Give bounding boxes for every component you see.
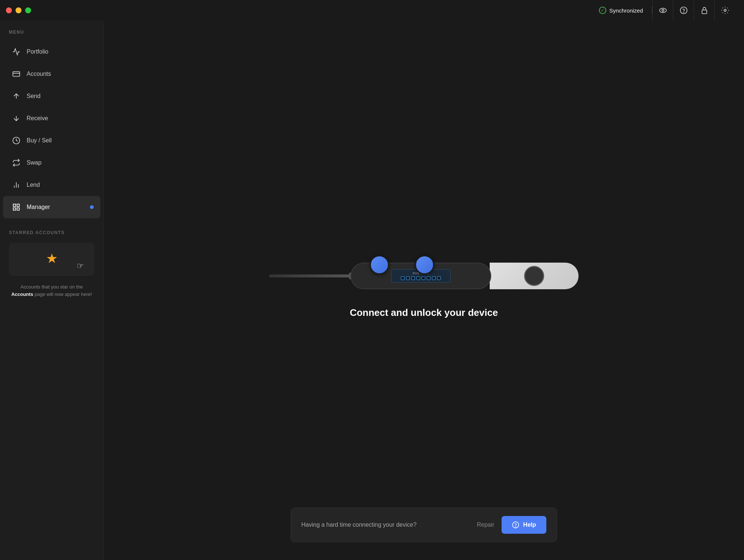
device-body-right — [490, 263, 579, 289]
help-button[interactable]: Help — [502, 516, 546, 534]
pin-dot-7 — [432, 276, 436, 280]
device-illustration: PIN code — [269, 263, 579, 289]
titlebar-right: ✓ Synchronized — [599, 0, 735, 21]
bottom-bar: Having a hard time connecting your devic… — [291, 507, 557, 542]
receive-icon — [12, 114, 21, 123]
svg-point-0 — [659, 8, 666, 13]
starred-description: Accounts that you star on the Accounts p… — [9, 283, 94, 298]
swap-label: Swap — [27, 159, 41, 166]
menu-label: MENU — [0, 30, 103, 35]
pin-dot-1 — [401, 276, 405, 280]
svg-rect-6 — [13, 72, 20, 77]
lend-icon — [12, 181, 21, 189]
manager-label: Manager — [27, 204, 50, 210]
lend-label: Lend — [27, 182, 40, 188]
svg-rect-14 — [13, 204, 16, 206]
pin-dots — [401, 276, 441, 280]
device-left-button — [370, 255, 389, 274]
device-circle — [524, 266, 544, 286]
pin-dot-6 — [427, 276, 430, 280]
star-icon: ★ — [46, 251, 58, 266]
send-icon — [12, 92, 21, 101]
main-content: PIN code — [104, 21, 744, 560]
portfolio-label: Portfolio — [27, 48, 48, 55]
starred-label: STARRED ACCOUNTS — [9, 230, 94, 235]
sidebar-item-swap[interactable]: Swap — [3, 152, 100, 174]
accounts-label: Accounts — [27, 71, 51, 77]
sidebar: MENU Portfolio Accounts — [0, 21, 104, 560]
settings-button[interactable] — [714, 0, 735, 21]
cursor-icon: ☞ — [77, 261, 84, 271]
sidebar-item-receive[interactable]: Receive — [3, 107, 100, 129]
titlebar: ✓ Synchronized — [0, 0, 744, 21]
pin-dot-4 — [416, 276, 420, 280]
device-right-button — [415, 255, 434, 274]
svg-rect-4 — [702, 10, 707, 14]
starred-desc-1: Accounts that you star on the — [20, 284, 83, 290]
lock-button[interactable] — [694, 0, 714, 21]
main-layout: MENU Portfolio Accounts — [0, 21, 744, 560]
eye-button[interactable] — [652, 0, 673, 21]
sidebar-item-buy-sell[interactable]: Buy / Sell — [3, 129, 100, 152]
svg-point-5 — [724, 9, 726, 11]
manager-badge — [90, 205, 94, 209]
svg-rect-15 — [17, 204, 19, 206]
manager-icon — [12, 203, 21, 212]
ledger-device: PIN code — [351, 263, 579, 289]
svg-point-3 — [683, 12, 684, 13]
sidebar-item-manager[interactable]: Manager — [3, 196, 100, 218]
help-circle-icon — [512, 521, 519, 529]
pin-dot-2 — [406, 276, 410, 280]
sidebar-item-accounts[interactable]: Accounts — [3, 63, 100, 85]
usb-cable — [269, 274, 351, 277]
swap-icon — [12, 158, 21, 167]
svg-point-1 — [662, 9, 664, 11]
usb-cable-assembly — [269, 274, 351, 277]
connect-title: Connect and unlock your device — [350, 307, 498, 318]
pin-dot-8 — [437, 276, 441, 280]
close-button[interactable] — [6, 7, 12, 13]
bottom-bar-text: Having a hard time connecting your devic… — [301, 522, 469, 528]
sync-icon: ✓ — [599, 7, 606, 14]
sync-status: ✓ Synchronized — [599, 7, 652, 14]
help-icon-button[interactable] — [673, 0, 694, 21]
starred-desc-2: page will now appear here! — [34, 291, 92, 297]
repair-link[interactable]: Repair — [477, 522, 494, 528]
sidebar-item-portfolio[interactable]: Portfolio — [3, 41, 100, 63]
buy-sell-label: Buy / Sell — [27, 137, 52, 144]
minimize-button[interactable] — [16, 7, 21, 13]
receive-label: Receive — [27, 115, 48, 122]
pin-dot-5 — [422, 276, 425, 280]
sidebar-item-send[interactable]: Send — [3, 85, 100, 107]
starred-highlight: Accounts — [11, 291, 33, 297]
accounts-icon — [12, 70, 21, 78]
help-button-label: Help — [523, 522, 536, 528]
svg-rect-17 — [13, 208, 16, 210]
window-controls — [6, 7, 31, 13]
starred-card: ★ ☞ — [9, 243, 94, 276]
pin-dot-3 — [411, 276, 415, 280]
svg-point-19 — [516, 527, 516, 527]
buy-sell-icon — [12, 136, 21, 145]
device-nano-dark: PIN code — [351, 263, 491, 289]
portfolio-icon — [12, 47, 21, 56]
maximize-button[interactable] — [25, 7, 31, 13]
device-buttons — [370, 255, 434, 274]
send-label: Send — [27, 93, 40, 99]
sidebar-item-lend[interactable]: Lend — [3, 174, 100, 196]
starred-section: STARRED ACCOUNTS ★ ☞ Accounts that you s… — [0, 230, 103, 560]
svg-rect-16 — [17, 208, 19, 210]
sync-label: Synchronized — [609, 7, 643, 14]
